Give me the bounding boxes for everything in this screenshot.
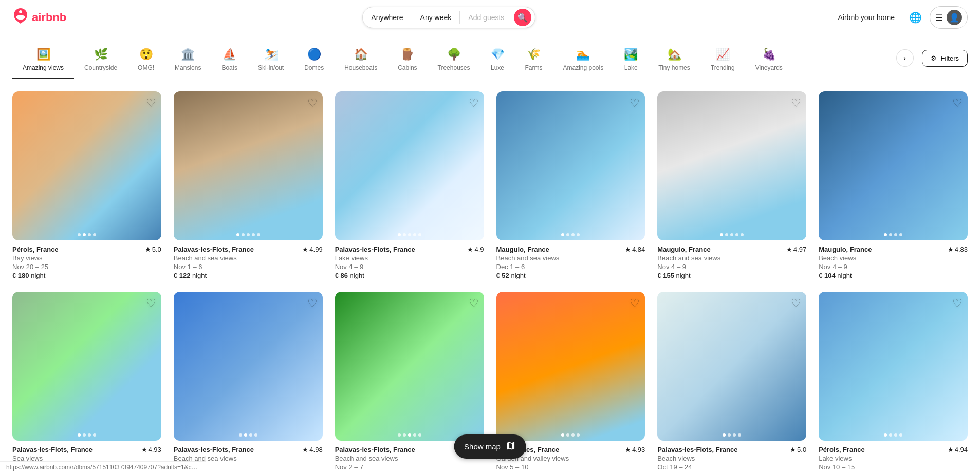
category-item-amazing-pools[interactable]: 🏊 Amazing pools <box>553 44 614 79</box>
wishlist-button[interactable]: ♡ <box>630 297 640 310</box>
listing-card[interactable]: ♡ Palavas-les-Flots, France ★ 4.99 Beach… <box>174 91 323 279</box>
category-icon-farms: 🌾 <box>527 48 541 61</box>
wishlist-button[interactable]: ♡ <box>791 97 801 110</box>
categories-next-button[interactable]: › <box>896 49 914 67</box>
wishlist-button[interactable]: ♡ <box>307 297 318 310</box>
location-search[interactable]: Anywhere <box>363 9 411 26</box>
dot-indicator <box>78 433 81 437</box>
search-bar: Anywhere Any week Add guests 🔍 <box>362 7 535 28</box>
wishlist-button[interactable]: ♡ <box>952 297 963 310</box>
listing-rating: ★ 4.94 <box>948 446 968 453</box>
category-item-houseboats[interactable]: 🏠 Houseboats <box>334 44 387 79</box>
category-label-treehouses: Treehouses <box>438 64 470 71</box>
category-item-farms[interactable]: 🌾 Farms <box>515 44 553 79</box>
dot-indicator <box>884 233 887 236</box>
category-item-countryside[interactable]: 🌿 Countryside <box>74 44 127 79</box>
listing-card[interactable]: ♡ Palavas-les-Flots, France ★ 5.0 Beach … <box>657 292 806 473</box>
dot-indicator <box>889 433 892 437</box>
category-icon-mansions: 🏛️ <box>181 48 195 61</box>
star-icon: ★ <box>302 245 308 253</box>
logo-text: airbnb <box>32 11 66 24</box>
category-item-tiny-homes[interactable]: 🏡 Tiny homes <box>648 44 700 79</box>
listing-location: Palavas-les-Flots, France <box>657 446 737 453</box>
dot-indicators <box>819 433 968 437</box>
listing-card[interactable]: ♡ Pérols, France ★ 4.94 Lake views Nov 1… <box>819 292 968 473</box>
listing-card[interactable]: ♡ Palavas-les-Flots, France ★ 4.9 Lake v… <box>335 91 484 279</box>
listing-price: € 52 night <box>496 272 645 279</box>
category-icon-trending: 📈 <box>716 48 730 61</box>
search-button[interactable]: 🔍 <box>514 9 531 26</box>
user-menu-button[interactable]: ☰ 👤 <box>930 6 968 29</box>
dot-indicator <box>83 233 86 236</box>
show-map-button[interactable]: Show map <box>454 434 526 459</box>
wishlist-button[interactable]: ♡ <box>307 97 318 110</box>
listing-location-row: Mauguio, France ★ 4.84 <box>496 245 645 253</box>
listing-image-wrap: ♡ <box>657 292 806 441</box>
airbnb-logo[interactable]: airbnb <box>12 8 66 28</box>
dot-indicator <box>418 233 421 236</box>
category-item-treehouses[interactable]: 🌳 Treehouses <box>428 44 480 79</box>
listing-rating: ★ 4.97 <box>786 245 806 253</box>
listing-card[interactable]: ♡ Mauguio, France ★ 4.97 Beach and sea v… <box>657 91 806 279</box>
listing-card[interactable]: ♡ Palavas-les-Flots, France ★ 4.93 Sea v… <box>12 292 161 473</box>
listing-card[interactable]: ♡ Pérols, France ★ 5.0 Bay views Nov 20 … <box>12 91 161 279</box>
wishlist-button[interactable]: ♡ <box>952 97 963 110</box>
star-icon: ★ <box>467 245 473 253</box>
category-item-luxe[interactable]: 💎 Luxe <box>480 44 515 79</box>
dot-indicator <box>413 433 416 437</box>
listing-location-row: Pérols, France ★ 5.0 <box>12 245 161 253</box>
category-item-lake[interactable]: 🏞️ Lake <box>614 44 648 79</box>
dot-indicator <box>728 433 731 437</box>
category-label-countryside: Countryside <box>84 64 117 71</box>
listing-image-wrap: ♡ <box>496 292 645 441</box>
listings-grid: ♡ Pérols, France ★ 5.0 Bay views Nov 20 … <box>12 91 968 473</box>
category-item-boats[interactable]: ⛵ Boats <box>211 44 248 79</box>
listing-location: Palavas-les-Flots, France <box>174 245 254 253</box>
rating-value: 4.98 <box>309 446 322 453</box>
category-item-trending[interactable]: 📈 Trending <box>700 44 745 79</box>
rating-value: 4.94 <box>955 446 968 453</box>
category-item-vineyards[interactable]: 🍇 Vineyards <box>745 44 793 79</box>
category-item-mansions[interactable]: 🏛️ Mansions <box>164 44 211 79</box>
wishlist-button[interactable]: ♡ <box>469 297 479 310</box>
listing-card[interactable]: ♡ Mauguio, France ★ 4.84 Beach and sea v… <box>496 91 645 279</box>
listing-image-wrap: ♡ <box>335 292 484 441</box>
host-link[interactable]: Airbnb your home <box>831 9 901 26</box>
listing-location: Pérols, France <box>819 446 865 453</box>
category-item-amazing-views[interactable]: 🖼️ Amazing views <box>12 44 74 79</box>
listing-info: Mauguio, France ★ 4.97 Beach and sea vie… <box>657 245 806 279</box>
category-item-domes[interactable]: 🔵 Domes <box>294 44 334 79</box>
star-icon: ★ <box>948 446 954 453</box>
listing-card[interactable]: ♡ Palavas-les-Flots, France ★ 4.98 Beach… <box>174 292 323 473</box>
category-icon-tiny-homes: 🏡 <box>668 48 681 61</box>
dot-indicator <box>899 433 902 437</box>
dot-indicator <box>894 433 897 437</box>
guests-search[interactable]: Add guests <box>460 9 512 26</box>
category-item-omg[interactable]: 😲 OMG! <box>127 44 164 79</box>
star-icon: ★ <box>625 446 631 453</box>
globe-button[interactable]: 🌐 <box>905 7 926 28</box>
filters-button[interactable]: ⚙ Filters <box>922 50 968 67</box>
listing-info: Mauguio, France ★ 4.83 Beach views Nov 4… <box>819 245 968 279</box>
listing-image <box>174 292 323 441</box>
listing-info: Palavas-les-Flots, France ★ 4.9 Lake vie… <box>335 245 484 279</box>
listing-image <box>174 91 323 240</box>
dot-indicator <box>239 433 242 437</box>
wishlist-button[interactable]: ♡ <box>469 97 479 110</box>
dot-indicator <box>730 233 733 236</box>
listing-description: Lake views <box>819 455 968 462</box>
category-item-ski-inout[interactable]: ⛷️ Ski-in/out <box>248 44 294 79</box>
dot-indicator <box>257 233 260 236</box>
dot-indicator <box>398 233 401 236</box>
listing-location: Palavas-les-Flots, France <box>335 446 415 453</box>
date-search[interactable]: Any week <box>412 9 460 26</box>
dot-indicator <box>894 233 897 236</box>
wishlist-button[interactable]: ♡ <box>146 97 156 110</box>
wishlist-button[interactable]: ♡ <box>146 297 156 310</box>
category-item-cabins[interactable]: 🪵 Cabins <box>387 44 427 79</box>
wishlist-button[interactable]: ♡ <box>791 297 801 310</box>
listing-price: € 180 night <box>12 272 161 279</box>
wishlist-button[interactable]: ♡ <box>630 97 640 110</box>
listing-rating: ★ 4.84 <box>625 245 645 253</box>
listing-card[interactable]: ♡ Mauguio, France ★ 4.83 Beach views Nov… <box>819 91 968 279</box>
